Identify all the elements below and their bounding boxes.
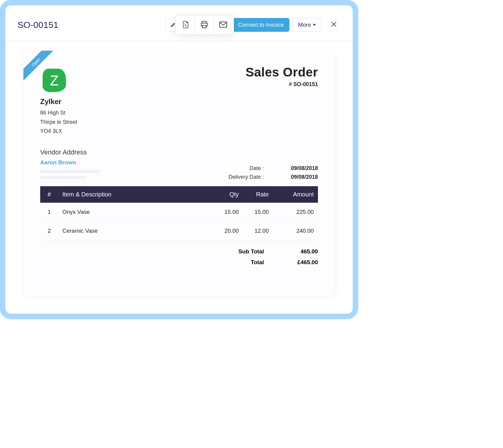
more-label: More bbox=[298, 22, 311, 28]
document-title-block: Sales Order # SO-00151 bbox=[246, 65, 318, 88]
dates-block: Date : 09/08/2018 Delivery Date : 09/08/… bbox=[40, 165, 318, 180]
cell-rate: 15.00 bbox=[243, 203, 273, 222]
totals-block: Sub Total 465.00 Total £465.00 bbox=[40, 248, 318, 266]
close-button[interactable] bbox=[327, 18, 341, 32]
document-number: # SO-00151 bbox=[246, 81, 318, 88]
date-value: 09/08/2018 bbox=[279, 165, 318, 172]
delivery-date-value: 09/08/2018 bbox=[279, 174, 318, 180]
cell-amount: 225.00 bbox=[273, 203, 318, 222]
col-qty: Qty bbox=[216, 186, 243, 203]
sales-order-document: Open Z Zylker 86 High St Thirpe le Stree… bbox=[23, 51, 335, 297]
svg-rect-2 bbox=[220, 22, 227, 27]
order-number-title: SO-00151 bbox=[17, 20, 58, 30]
col-item: Item & Description bbox=[58, 186, 216, 203]
vendor-name-link[interactable]: Aaron Brown bbox=[40, 159, 318, 166]
company-name: Zylker bbox=[40, 97, 77, 106]
company-address: Zylker 86 High St Thirpe le Street YO4 3… bbox=[40, 97, 77, 136]
pdf-icon bbox=[182, 21, 189, 29]
document-type: Sales Order bbox=[246, 65, 318, 79]
svg-rect-0 bbox=[202, 21, 206, 23]
cell-rate: 12.00 bbox=[243, 221, 273, 240]
line-items-table: # Item & Description Qty Rate Amount 1 O… bbox=[40, 186, 318, 240]
export-icon-group bbox=[175, 15, 234, 35]
convert-to-invoice-button[interactable]: Convert to Invoice bbox=[228, 18, 289, 32]
total-label: Total bbox=[228, 259, 264, 266]
mail-icon bbox=[219, 21, 227, 29]
table-row: 2 Ceramic Vase 20.00 12.00 240.00 bbox=[40, 221, 318, 240]
table-header-row: # Item & Description Qty Rate Amount bbox=[40, 186, 318, 203]
subtotal-value: 465.00 bbox=[282, 248, 318, 255]
date-label: Date : bbox=[219, 165, 264, 172]
more-dropdown-button[interactable]: More bbox=[292, 18, 322, 32]
sales-order-detail-page: SO-00151 bbox=[5, 5, 353, 314]
email-button[interactable] bbox=[214, 16, 232, 33]
cell-item: Onyx Vase bbox=[58, 203, 216, 222]
page-header: SO-00151 bbox=[5, 5, 353, 41]
cell-qty: 20.00 bbox=[216, 221, 243, 240]
cell-idx: 2 bbox=[40, 221, 58, 240]
vendor-address-label: Vendor Address bbox=[40, 148, 318, 156]
address-line-3: YO4 3LX bbox=[40, 127, 77, 136]
chevron-down-icon bbox=[313, 24, 316, 26]
print-button[interactable] bbox=[195, 16, 214, 33]
close-icon bbox=[331, 20, 337, 30]
cell-item: Ceramic Vase bbox=[58, 221, 216, 240]
printer-icon bbox=[200, 21, 208, 29]
cell-amount: 240.00 bbox=[273, 221, 318, 240]
cell-idx: 1 bbox=[40, 203, 58, 222]
svg-rect-1 bbox=[202, 25, 206, 28]
address-line-1: 86 High St bbox=[40, 108, 77, 118]
delivery-date-label: Delivery Date : bbox=[219, 174, 264, 180]
col-amount: Amount bbox=[273, 186, 318, 203]
col-index: # bbox=[40, 186, 58, 203]
pdf-button[interactable] bbox=[177, 16, 195, 33]
status-badge: Open bbox=[23, 51, 56, 84]
total-value: £465.00 bbox=[282, 259, 318, 266]
col-rate: Rate bbox=[243, 186, 273, 203]
table-row: 1 Onyx Vase 15.00 15.00 225.00 bbox=[40, 203, 318, 222]
toolbar: Convert to Invoice More bbox=[166, 15, 341, 35]
subtotal-label: Sub Total bbox=[228, 248, 264, 255]
document-container: Open Z Zylker 86 High St Thirpe le Stree… bbox=[5, 41, 353, 297]
status-ribbon: Open bbox=[23, 51, 56, 84]
cell-qty: 15.00 bbox=[216, 203, 243, 222]
address-line-2: Thirpe le Street bbox=[40, 118, 77, 127]
document-head: Z Zylker 86 High St Thirpe le Street YO4… bbox=[40, 65, 318, 136]
